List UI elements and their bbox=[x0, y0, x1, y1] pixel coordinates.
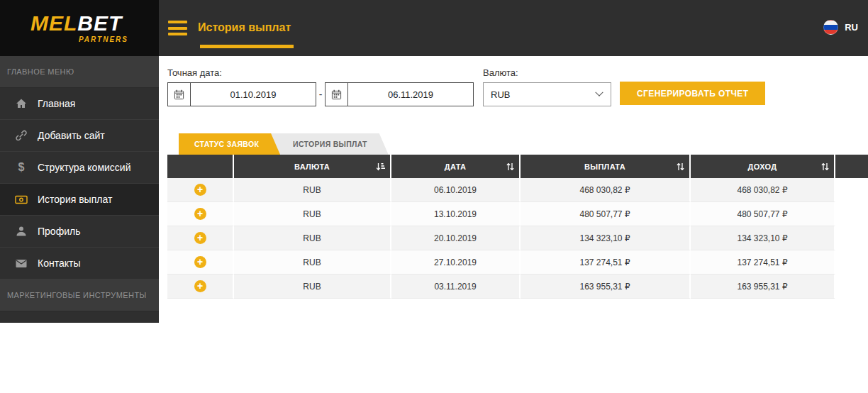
tab-payout-history[interactable]: ИСТОРИЯ ВЫПЛАТ bbox=[270, 133, 389, 155]
table-header: ВАЛЮТА ДАТА ВЫПЛАТА bbox=[167, 155, 868, 178]
payout-cell: 480 507,77 ₽ bbox=[521, 202, 691, 226]
tabs-bar: СТАТУС ЗАЯВОК ИСТОРИЯ ВЫПЛАТ bbox=[179, 133, 389, 155]
sort-amount-icon bbox=[376, 162, 385, 171]
date-range-separator: - bbox=[316, 89, 325, 100]
logo-partners: PARTNERS bbox=[30, 35, 128, 43]
date-from-group bbox=[167, 82, 316, 106]
main-content: Точная дата: - bbox=[159, 56, 868, 393]
sidebar-item-label: История выплат bbox=[38, 194, 112, 205]
header-spacer-column bbox=[835, 155, 868, 178]
filters-bar: Точная дата: - bbox=[167, 67, 765, 106]
header-currency[interactable]: ВАЛЮТА bbox=[234, 155, 391, 178]
currency-cell: RUB bbox=[234, 226, 391, 250]
sidebar-item-profile[interactable]: Профиль bbox=[0, 216, 159, 248]
chevron-down-icon bbox=[595, 89, 603, 96]
calendar-icon[interactable] bbox=[168, 83, 191, 106]
currency-cell: RUB bbox=[234, 178, 391, 202]
payout-cell: 134 323,10 ₽ bbox=[521, 226, 691, 250]
currency-cell: RUB bbox=[234, 202, 391, 226]
user-icon bbox=[14, 226, 28, 237]
expand-cell: + bbox=[167, 202, 234, 226]
sort-arrows-icon bbox=[821, 162, 829, 171]
header-income[interactable]: ДОХОД bbox=[691, 155, 835, 178]
sort-arrows-icon bbox=[506, 162, 514, 171]
currency-select[interactable]: RUB bbox=[483, 82, 611, 106]
income-cell: 134 323,10 ₽ bbox=[691, 226, 835, 250]
hamburger-icon[interactable] bbox=[168, 21, 187, 35]
table-row: + RUB 20.10.2019 134 323,10 ₽ 134 323,10… bbox=[167, 226, 868, 250]
sidebar-item-label: Структура комиссий bbox=[38, 162, 130, 173]
logo-mel: MEL bbox=[30, 11, 77, 35]
payout-table: ВАЛЮТА ДАТА ВЫПЛАТА bbox=[167, 155, 868, 299]
generate-report-button[interactable]: СГЕНЕРИРОВАТЬ ОТЧЕТ bbox=[620, 82, 765, 105]
date-range-label: Точная дата: bbox=[167, 67, 474, 78]
date-cell: 03.11.2019 bbox=[391, 275, 521, 299]
column-label: ДАТА bbox=[445, 162, 466, 171]
page-title: История выплат bbox=[198, 21, 291, 34]
language-code: RU bbox=[845, 22, 858, 33]
brand-logo-text: MELBET bbox=[30, 13, 128, 34]
currency-cell: RUB bbox=[234, 275, 391, 299]
date-cell: 06.10.2019 bbox=[391, 178, 521, 202]
header-expand-column bbox=[167, 155, 234, 178]
currency-label: Валюта: bbox=[483, 67, 611, 78]
expand-cell: + bbox=[167, 275, 234, 299]
plus-circle-icon[interactable]: + bbox=[194, 184, 206, 196]
column-label: ВАЛЮТА bbox=[294, 162, 330, 171]
payout-cell: 468 030,82 ₽ bbox=[521, 178, 691, 202]
income-cell: 163 955,31 ₽ bbox=[691, 275, 835, 299]
table-body: + RUB 06.10.2019 468 030,82 ₽ 468 030,82… bbox=[167, 178, 868, 299]
expand-cell: + bbox=[167, 178, 234, 202]
currency-field: Валюта: RUB bbox=[483, 67, 611, 106]
plus-circle-icon[interactable]: + bbox=[194, 280, 206, 292]
spacer-cell bbox=[835, 250, 868, 275]
payout-cell: 163 955,31 ₽ bbox=[521, 275, 691, 299]
date-cell: 13.10.2019 bbox=[391, 202, 521, 226]
tab-request-status[interactable]: СТАТУС ЗАЯВОК bbox=[179, 133, 280, 155]
column-label: ДОХОД bbox=[748, 162, 777, 171]
sidebar-item-commission[interactable]: $ Структура комиссий bbox=[0, 152, 159, 184]
sidebar-section-main-menu: ГЛАВНОЕ МЕНЮ bbox=[0, 56, 159, 88]
plus-circle-icon[interactable]: + bbox=[194, 208, 206, 220]
header-date[interactable]: ДАТА bbox=[391, 155, 521, 178]
calendar-icon[interactable] bbox=[326, 83, 348, 106]
spacer-cell bbox=[835, 275, 868, 299]
ru-flag-icon bbox=[823, 20, 838, 35]
plus-circle-icon[interactable]: + bbox=[194, 232, 206, 244]
app-root: MELBET PARTNERS ГЛАВНОЕ МЕНЮ Главная Доб… bbox=[0, 0, 868, 393]
sidebar-item-label: Профиль bbox=[38, 226, 80, 237]
date-to-group bbox=[325, 82, 474, 106]
plus-circle-icon[interactable]: + bbox=[194, 256, 206, 268]
expand-cell: + bbox=[167, 226, 234, 250]
expand-cell: + bbox=[167, 250, 234, 275]
sidebar-item-payout-history[interactable]: История выплат bbox=[0, 184, 159, 216]
spacer-cell bbox=[835, 202, 868, 226]
banknote-icon bbox=[14, 194, 28, 205]
spacer-cell bbox=[835, 226, 868, 250]
sidebar-item-home[interactable]: Главная bbox=[0, 88, 159, 120]
home-icon bbox=[14, 98, 28, 109]
sort-arrows-icon bbox=[677, 162, 684, 171]
topbar: История выплат RU bbox=[159, 0, 868, 56]
sidebar-item-add-site[interactable]: Добавить сайт bbox=[0, 120, 159, 152]
payout-cell: 137 274,51 ₽ bbox=[521, 250, 691, 275]
date-cell: 20.10.2019 bbox=[391, 226, 521, 250]
sidebar-section-marketing: МАРКЕТИНГОВЫЕ ИНСТРУМЕНТЫ bbox=[0, 279, 159, 311]
date-range-field: Точная дата: - bbox=[167, 67, 474, 106]
logo-bet: BET bbox=[77, 11, 122, 35]
currency-select-value: RUB bbox=[491, 89, 510, 100]
date-from-input[interactable] bbox=[191, 89, 316, 100]
table-row: + RUB 03.11.2019 163 955,31 ₽ 163 955,31… bbox=[167, 275, 868, 299]
link-icon bbox=[14, 130, 28, 141]
header-payout[interactable]: ВЫПЛАТА bbox=[521, 155, 691, 178]
brand-logo[interactable]: MELBET PARTNERS bbox=[0, 0, 159, 56]
language-switcher[interactable]: RU bbox=[823, 20, 858, 35]
title-underline bbox=[200, 45, 294, 48]
date-cell: 27.10.2019 bbox=[391, 250, 521, 275]
sidebar-item-contacts[interactable]: Контакты bbox=[0, 248, 159, 279]
sidebar-item-label: Главная bbox=[38, 98, 75, 109]
date-to-input[interactable] bbox=[348, 89, 473, 100]
envelope-icon bbox=[14, 259, 28, 268]
income-cell: 137 274,51 ₽ bbox=[691, 250, 835, 275]
table-row: + RUB 27.10.2019 137 274,51 ₽ 137 274,51… bbox=[167, 250, 868, 275]
